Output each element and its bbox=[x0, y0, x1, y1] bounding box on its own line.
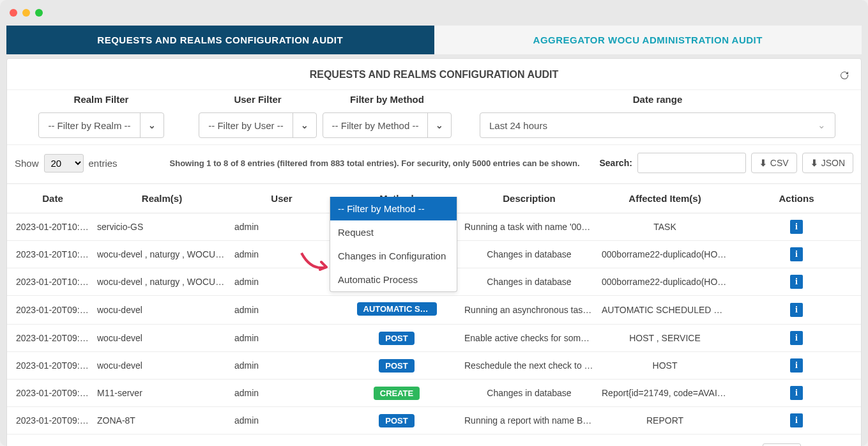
cell-realm: servicio-GS bbox=[93, 215, 231, 238]
cell-user: admin bbox=[231, 381, 333, 404]
info-button[interactable]: i bbox=[790, 220, 803, 234]
entries-summary: Showing 1 to 8 of 8 entries (filtered fr… bbox=[170, 158, 580, 168]
info-button[interactable]: i bbox=[790, 358, 803, 373]
realm-filter-label: Realm Filter bbox=[7, 94, 195, 105]
user-filter-select[interactable]: -- Filter by User -- ⌄ bbox=[199, 112, 317, 138]
cell-affected-item: AUTOMATIC SCHEDULED REPORT bbox=[598, 298, 732, 321]
cell-date: 2023-01-20T09:50:5... bbox=[7, 381, 93, 404]
col-date[interactable]: Date bbox=[7, 184, 93, 213]
search-input[interactable] bbox=[637, 153, 746, 173]
export-csv-button[interactable]: ⬇ CSV bbox=[751, 153, 797, 173]
window-titlebar bbox=[0, 0, 868, 26]
entries-per-page-select[interactable]: 20 bbox=[44, 154, 84, 173]
cell-realm: wocu-devel bbox=[93, 298, 231, 321]
tab-requests-realms-audit[interactable]: REQUESTS AND REALMS CONFIGURATION AUDIT bbox=[6, 26, 434, 54]
user-filter-value: -- Filter by User -- bbox=[199, 120, 293, 131]
method-badge: CREATE bbox=[374, 387, 420, 400]
table-controls: Show 20 entries Showing 1 to 8 of 8 entr… bbox=[7, 145, 861, 183]
cell-realm: wocu-devel bbox=[93, 354, 231, 377]
cell-user: admin bbox=[231, 243, 333, 266]
pagination: Previous Page of 1 Next bbox=[7, 434, 861, 446]
user-filter-label: User Filter bbox=[195, 94, 320, 105]
cell-date: 2023-01-20T09:50:5... bbox=[7, 409, 93, 432]
col-user[interactable]: User bbox=[231, 184, 333, 213]
col-description[interactable]: Description bbox=[461, 184, 598, 213]
cell-description: Changes in database bbox=[461, 270, 598, 293]
close-window-icon[interactable] bbox=[10, 9, 17, 17]
cell-affected-item: HOST bbox=[598, 354, 732, 377]
panel-title-text: REQUESTS AND REALMS CONFIGURATION AUDIT bbox=[310, 69, 559, 80]
cell-actions: i bbox=[732, 296, 861, 323]
cell-user: admin bbox=[231, 270, 333, 293]
page-number-input[interactable] bbox=[763, 443, 801, 446]
table-row: 2023-01-20T09:50:5...M11-serveradminCREA… bbox=[7, 380, 861, 407]
cell-method: POST bbox=[333, 408, 461, 434]
method-option-request[interactable]: Request bbox=[330, 220, 457, 244]
cell-method: AUTOMATIC SCH... bbox=[333, 296, 461, 324]
cell-description: Running a task with name '000prob... bbox=[461, 215, 598, 238]
chevron-down-icon: ⌄ bbox=[293, 113, 316, 137]
tab-aggregator-admin-audit[interactable]: AGGREGATOR WOCU ADMINISTRATION AUDIT bbox=[434, 26, 862, 54]
cell-description: Changes in database bbox=[461, 243, 598, 266]
cell-actions: i bbox=[732, 325, 861, 351]
minimize-window-icon[interactable] bbox=[22, 9, 30, 17]
cell-method: POST bbox=[333, 353, 461, 379]
table-row: 2023-01-20T09:50:5...ZONA-8TadminPOSTRun… bbox=[7, 407, 861, 434]
date-range-value: Last 24 hours bbox=[489, 120, 547, 131]
entries-label: entries bbox=[89, 158, 118, 169]
info-button[interactable]: i bbox=[790, 303, 803, 317]
cell-date: 2023-01-20T09:51:3... bbox=[7, 354, 93, 377]
cell-user: admin bbox=[231, 354, 333, 377]
info-button[interactable]: i bbox=[790, 247, 803, 261]
cell-date: 2023-01-20T10:23:1... bbox=[7, 243, 93, 266]
panel-title: REQUESTS AND REALMS CONFIGURATION AUDIT bbox=[7, 59, 861, 89]
cell-method: POST bbox=[333, 325, 461, 351]
cell-date: 2023-01-20T09:52:2... bbox=[7, 327, 93, 350]
method-badge: POST bbox=[379, 359, 414, 373]
method-badge: POST bbox=[379, 414, 414, 427]
cell-affected-item: HOST , SERVICE bbox=[598, 327, 732, 350]
info-button[interactable]: i bbox=[790, 413, 803, 427]
cell-actions: i bbox=[732, 213, 861, 240]
method-filter-dropdown: -- Filter by Method -- Request Changes i… bbox=[330, 197, 457, 292]
method-filter-label: Filter by Method bbox=[320, 94, 454, 105]
cell-user: admin bbox=[231, 327, 333, 350]
cell-affected-item: 000borrame22-duplicado(HOST) bbox=[598, 243, 732, 266]
cell-method: CREATE bbox=[333, 380, 461, 406]
cell-realm: M11-server bbox=[93, 381, 231, 404]
maximize-window-icon[interactable] bbox=[35, 9, 43, 17]
date-range-select[interactable]: Last 24 hours ⌄ bbox=[480, 112, 835, 138]
realm-filter-select[interactable]: -- Filter by Realm -- ⌄ bbox=[38, 112, 164, 138]
date-range-label: Date range bbox=[480, 94, 835, 105]
cell-actions: i bbox=[732, 241, 861, 268]
col-affected-items[interactable]: Affected Item(s) bbox=[598, 184, 732, 213]
table-row: 2023-01-20T09:51:3...wocu-develadminPOST… bbox=[7, 352, 861, 380]
method-option-placeholder[interactable]: -- Filter by Method -- bbox=[330, 197, 457, 220]
method-badge: POST bbox=[379, 332, 414, 345]
cell-user: admin bbox=[231, 298, 333, 321]
table-row: 2023-01-20T09:53:1...wocu-develadminAUTO… bbox=[7, 296, 861, 325]
cell-user: admin bbox=[231, 409, 333, 432]
method-filter-value: -- Filter by Method -- bbox=[323, 120, 428, 131]
export-json-button[interactable]: ⬇ JSON bbox=[802, 153, 853, 173]
method-filter-select[interactable]: -- Filter by Method -- ⌄ bbox=[323, 112, 452, 138]
info-button[interactable]: i bbox=[790, 386, 803, 400]
cell-realm: ZONA-8T bbox=[93, 409, 231, 432]
cell-affected-item: REPORT bbox=[598, 409, 732, 432]
info-button[interactable]: i bbox=[790, 331, 803, 345]
audit-tabs: REQUESTS AND REALMS CONFIGURATION AUDIT … bbox=[6, 26, 862, 54]
refresh-icon[interactable] bbox=[839, 70, 849, 83]
cell-date: 2023-01-20T10:23:2... bbox=[7, 215, 93, 238]
method-option-automatic-process[interactable]: Automatic Process bbox=[330, 268, 457, 291]
show-label: Show bbox=[15, 158, 39, 169]
info-button[interactable]: i bbox=[790, 275, 803, 289]
cell-realm: wocu-devel bbox=[93, 327, 231, 350]
method-option-changes-config[interactable]: Changes in Configuration bbox=[330, 244, 457, 268]
cell-affected-item: Report{id=21749, code=AVAILABILI... bbox=[598, 381, 732, 404]
cell-date: 2023-01-20T10:23:0... bbox=[7, 270, 93, 293]
cell-user: admin bbox=[231, 215, 333, 238]
cell-actions: i bbox=[732, 380, 861, 406]
csv-label: CSV bbox=[770, 158, 789, 168]
col-realm[interactable]: Realm(s) bbox=[93, 184, 231, 213]
filter-row: Realm Filter -- Filter by Realm -- ⌄ Use… bbox=[7, 89, 861, 145]
